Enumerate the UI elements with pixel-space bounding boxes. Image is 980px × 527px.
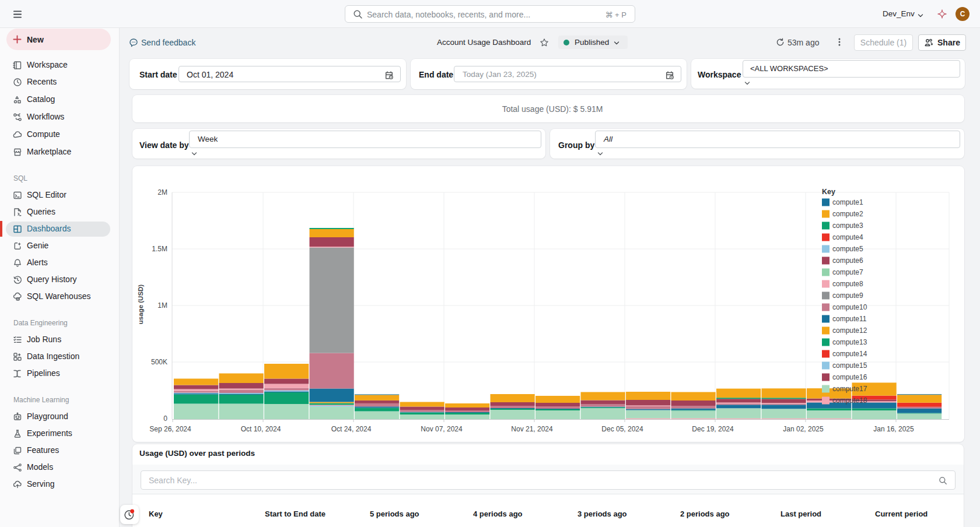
svg-text:compute18: compute18 xyxy=(832,396,867,405)
svg-text:Key: Key xyxy=(822,188,835,196)
svg-text:500K: 500K xyxy=(151,358,167,366)
svg-text:compute15: compute15 xyxy=(832,361,867,370)
svg-text:compute10: compute10 xyxy=(832,303,867,311)
svg-text:0: 0 xyxy=(163,414,167,423)
svg-text:compute12: compute12 xyxy=(832,326,867,335)
svg-text:Sep 26, 2024: Sep 26, 2024 xyxy=(149,425,191,433)
svg-text:compute1: compute1 xyxy=(832,198,863,206)
svg-text:compute9: compute9 xyxy=(832,291,863,300)
svg-text:compute4: compute4 xyxy=(832,233,863,241)
svg-text:compute6: compute6 xyxy=(832,257,863,265)
svg-text:Dec 05, 2024: Dec 05, 2024 xyxy=(601,425,643,433)
svg-text:compute5: compute5 xyxy=(832,245,863,253)
svg-text:compute7: compute7 xyxy=(832,268,863,276)
svg-text:Jan 16, 2025: Jan 16, 2025 xyxy=(873,425,914,433)
svg-text:compute13: compute13 xyxy=(832,338,867,346)
svg-text:1.5M: 1.5M xyxy=(152,245,167,253)
svg-text:compute2: compute2 xyxy=(832,210,863,218)
svg-text:2M: 2M xyxy=(158,188,167,196)
svg-text:compute11: compute11 xyxy=(832,315,867,323)
svg-text:usage (USD): usage (USD) xyxy=(137,284,144,325)
svg-text:compute8: compute8 xyxy=(832,280,863,288)
svg-text:Jan 02, 2025: Jan 02, 2025 xyxy=(783,425,824,433)
svg-text:Nov 07, 2024: Nov 07, 2024 xyxy=(421,425,463,433)
svg-text:compute3: compute3 xyxy=(832,222,863,230)
svg-text:compute16: compute16 xyxy=(832,373,867,381)
svg-text:compute17: compute17 xyxy=(832,385,867,393)
svg-text:Dec 19, 2024: Dec 19, 2024 xyxy=(692,425,734,433)
svg-text:Nov 21, 2024: Nov 21, 2024 xyxy=(511,425,553,433)
svg-text:Oct 24, 2024: Oct 24, 2024 xyxy=(331,425,372,433)
svg-text:1M: 1M xyxy=(158,301,167,310)
svg-text:compute14: compute14 xyxy=(832,350,867,358)
svg-text:Oct 10, 2024: Oct 10, 2024 xyxy=(241,425,281,433)
